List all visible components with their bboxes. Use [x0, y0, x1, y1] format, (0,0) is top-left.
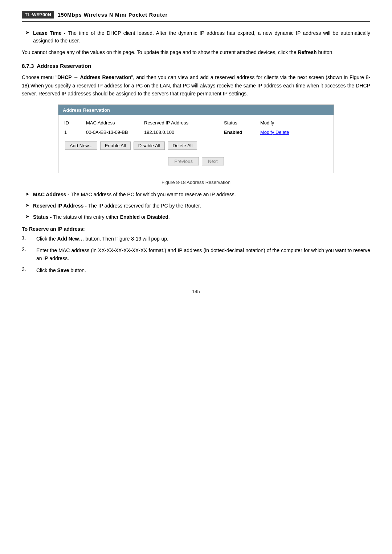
- next-button[interactable]: Next: [202, 157, 224, 165]
- cell-status: Enabled: [224, 130, 260, 135]
- enable-all-button[interactable]: Enable All: [100, 141, 131, 150]
- intro-paragraph: Choose menu "DHCP → Address Reservation"…: [22, 73, 370, 98]
- previous-button[interactable]: Previous: [168, 157, 199, 165]
- update-paragraph: You cannot change any of the values on t…: [22, 48, 370, 56]
- section-title: 8.7.3 Address Reservation: [22, 63, 370, 69]
- step-3-num: 3.: [22, 266, 36, 274]
- step-3-text: Click the Save button.: [36, 266, 86, 274]
- table-row: 1 00-0A-EB-13-09-BB 192.168.0.100 Enable…: [64, 128, 328, 136]
- page-header: TL-WR700N 150Mbps Wireless N Mini Pocket…: [22, 11, 370, 22]
- mac-label: MAC Address -: [33, 192, 71, 197]
- bullet-arrow-mac: ➤: [25, 191, 29, 198]
- lease-time-text: Lease Time - The time of the DHCP client…: [33, 29, 370, 45]
- save-bold: Save: [57, 267, 69, 273]
- page-number: - 145 -: [22, 289, 370, 294]
- pagination-row: Previous Next: [64, 155, 328, 168]
- bullet-arrow-icon: ➤: [25, 30, 29, 45]
- bullet-arrow-status: ➤: [25, 214, 29, 221]
- reserved-ip-label: Reserved IP Address -: [33, 203, 88, 209]
- table-title: Address Reservation: [63, 107, 110, 113]
- disabled-bold: Disabled: [147, 214, 168, 220]
- enabled-bold: Enabled: [120, 214, 140, 220]
- step-1-text: Click the Add New… button. Then Figure 8…: [36, 235, 168, 243]
- figure-caption: Figure 8-18 Address Reservation: [22, 180, 370, 185]
- col-mac: MAC Address: [86, 120, 144, 126]
- reserved-ip-bullet: ➤ Reserved IP Address - The IP address r…: [22, 202, 370, 210]
- action-buttons: Add New... Enable All Disable All Delete…: [64, 141, 328, 150]
- sub-section-title: To Reserve an IP address:: [22, 226, 370, 232]
- col-status: Status: [224, 120, 260, 126]
- col-id: ID: [64, 120, 86, 126]
- reserved-ip-text: Reserved IP Address - The IP address res…: [33, 202, 201, 210]
- step-2-text: Enter the MAC address (in XX-XX-XX-XX-XX…: [36, 246, 370, 263]
- add-new-button[interactable]: Add New...: [65, 141, 97, 150]
- cell-ip: 192.168.0.100: [144, 130, 224, 135]
- address-reservation-table: Address Reservation ID MAC Address Reser…: [58, 104, 334, 173]
- cell-modify-link[interactable]: Modify Delete: [260, 130, 318, 135]
- status-label: Status -: [33, 214, 53, 220]
- add-new-bold: Add New…: [57, 236, 84, 242]
- mac-address-text: MAC Address - The MAC address of the PC …: [33, 191, 236, 198]
- status-bullet: ➤ Status - The status of this entry eith…: [22, 213, 370, 221]
- lease-time-bullet: ➤ Lease Time - The time of the DHCP clie…: [22, 29, 370, 45]
- status-text: Status - The status of this entry either…: [33, 213, 170, 221]
- step-3: 3. Click the Save button.: [22, 266, 370, 274]
- disable-all-button[interactable]: Disable All: [134, 141, 165, 150]
- col-reserved-ip: Reserved IP Address: [144, 120, 224, 126]
- dhcp-menu-bold: DHCP → Address Reservation: [57, 74, 131, 80]
- table-inner: ID MAC Address Reserved IP Address Statu…: [58, 115, 334, 173]
- col-modify: Modify: [260, 120, 318, 126]
- table-header-row: ID MAC Address Reserved IP Address Statu…: [64, 118, 328, 128]
- model-label: TL-WR700N: [22, 11, 54, 19]
- product-description: 150Mbps Wireless N Mini Pocket Router: [58, 12, 168, 18]
- cell-id: 1: [64, 130, 86, 135]
- step-1: 1. Click the Add New… button. Then Figur…: [22, 235, 370, 243]
- step-1-num: 1.: [22, 235, 36, 243]
- cell-mac: 00-0A-EB-13-09-BB: [86, 130, 144, 135]
- delete-all-button[interactable]: Delete All: [168, 141, 197, 150]
- step-2: 2. Enter the MAC address (in XX-XX-XX-XX…: [22, 246, 370, 263]
- refresh-bold: Refresh: [298, 49, 317, 55]
- table-title-bar: Address Reservation: [58, 105, 334, 115]
- lease-time-label: Lease Time -: [33, 30, 68, 36]
- step-2-num: 2.: [22, 246, 36, 263]
- mac-address-bullet: ➤ MAC Address - The MAC address of the P…: [22, 191, 370, 198]
- bullet-arrow-ip: ➤: [25, 202, 29, 210]
